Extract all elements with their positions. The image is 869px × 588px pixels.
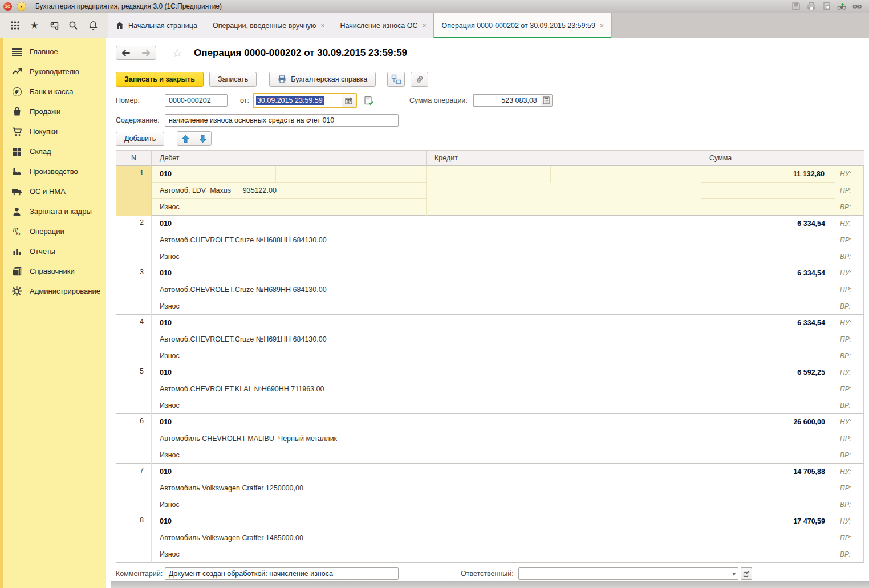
- sum-cell[interactable]: 6 334,54: [701, 315, 835, 364]
- sidebar-item-label: Продажи: [30, 107, 60, 116]
- table-row[interactable]: 5010Автомоб.CHEVROLET.KLAL №Н690НН 71196…: [116, 364, 864, 414]
- sidebar-item-руководителю[interactable]: Руководителю: [0, 62, 106, 82]
- tax-label: НУ:: [835, 364, 864, 381]
- notifications-icon[interactable]: [87, 20, 99, 31]
- table-row[interactable]: 1010Автомоб. LDV Maxus 935122.00Износ11 …: [116, 166, 864, 216]
- sidebar-item-банк-и-касса[interactable]: ₽Банк и касса: [0, 82, 106, 102]
- sum-cell[interactable]: 17 470,59: [701, 513, 835, 563]
- sum-cell[interactable]: 6 334,54: [701, 216, 835, 265]
- page-title: Операция 0000-000202 от 30.09.2015 23:59…: [194, 47, 407, 59]
- credit-cell[interactable]: [427, 166, 701, 216]
- sum-cell[interactable]: 6 592,25: [701, 364, 835, 414]
- tab-1[interactable]: Операции, введенные вручную×: [205, 13, 332, 38]
- app-window: 1С ▾ Бухгалтерия предприятия, редакция 3…: [0, 0, 869, 588]
- close-tab-icon[interactable]: ×: [600, 22, 604, 30]
- credit-cell[interactable]: [427, 513, 701, 563]
- accounting-reference-button[interactable]: Бухгалтерская справка: [269, 72, 376, 87]
- tab-home[interactable]: Начальная страница: [108, 13, 205, 38]
- apps-menu-icon[interactable]: [9, 20, 21, 31]
- row-sum: 6 334,54: [701, 315, 835, 331]
- number-input[interactable]: 0000-000202: [165, 94, 228, 107]
- tab-2[interactable]: Начисление износа ОС×: [332, 13, 434, 38]
- debit-cell[interactable]: 010Автомоб. LDV Maxus 935122.00Износ: [152, 166, 427, 216]
- forward-button[interactable]: [136, 46, 156, 59]
- sum-cell[interactable]: 26 600,00: [701, 414, 835, 464]
- sidebar-item-администрирование[interactable]: Администрирование: [0, 281, 106, 301]
- table-row[interactable]: 8010Автомобиль Volkswagen Craffer 148500…: [116, 513, 864, 563]
- save-icon[interactable]: [791, 2, 801, 11]
- related-documents-button[interactable]: [387, 72, 405, 87]
- debit-cell[interactable]: 010Автомобиль CHEVROLRT MALIBU Черный ме…: [152, 414, 427, 464]
- table-row[interactable]: 3010Автомоб.CHEVROLET.Cruze №Н689НН 6841…: [116, 265, 864, 315]
- row-number: 1: [116, 166, 152, 216]
- credit-cell[interactable]: [427, 364, 701, 414]
- sidebar-item-продажи[interactable]: Продажи: [0, 102, 106, 121]
- sidebar-item-операции[interactable]: ДтКтОперации: [0, 221, 106, 241]
- table-row[interactable]: 6010Автомобиль CHEVROLRT MALIBU Черный м…: [116, 414, 864, 464]
- credit-cell[interactable]: [427, 414, 701, 464]
- date-input[interactable]: 30.09.2015 23:59:59: [253, 93, 357, 108]
- sum-cell[interactable]: 14 705,88: [701, 464, 835, 513]
- credit-cell[interactable]: [427, 265, 701, 315]
- dropdown-caret-icon[interactable]: ▾: [733, 568, 736, 579]
- close-tab-icon[interactable]: ×: [422, 22, 426, 30]
- calculator-icon[interactable]: [541, 94, 553, 107]
- add-row-button[interactable]: Добавить: [116, 132, 164, 146]
- open-responsible-button[interactable]: [741, 567, 752, 580]
- table-row[interactable]: 7010Автомобиль Volkswagen Craffer 125000…: [116, 464, 864, 513]
- get-link-icon[interactable]: [837, 2, 847, 11]
- save-and-close-button[interactable]: Записать и закрыть: [116, 72, 204, 87]
- debit-subconto2: Износ: [152, 199, 426, 216]
- save-button[interactable]: Записать: [209, 72, 257, 87]
- debit-cell[interactable]: 010Автомобиль Volkswagen Craffer 1485000…: [152, 513, 427, 563]
- sidebar-item-ос-и-нма[interactable]: ОС и НМА: [0, 181, 106, 201]
- history-icon[interactable]: [48, 20, 60, 31]
- sidebar-item-главное[interactable]: Главное: [0, 42, 106, 62]
- horizontal-scrollbar[interactable]: [111, 581, 869, 588]
- responsible-input[interactable]: ▾: [518, 567, 738, 580]
- operation-sum-input[interactable]: 523 083,08: [473, 94, 541, 107]
- print-icon[interactable]: [806, 2, 816, 11]
- cart-icon: [11, 126, 22, 137]
- tax-label: ВР:: [835, 497, 864, 513]
- move-down-button[interactable]: [194, 132, 211, 145]
- back-button[interactable]: [116, 46, 136, 59]
- sidebar-item-справочники[interactable]: Справочники: [0, 261, 106, 281]
- main-menu-button[interactable]: ▾: [17, 2, 26, 11]
- sidebar-item-склад[interactable]: Склад: [0, 141, 106, 161]
- favorites-icon[interactable]: ★: [29, 20, 40, 31]
- operation-sum-label: Сумма операции:: [409, 96, 468, 104]
- credit-cell[interactable]: [427, 464, 701, 513]
- search-icon[interactable]: [68, 20, 79, 31]
- debit-subconto2: Износ: [152, 249, 427, 265]
- caret-down-icon: ▾: [20, 4, 22, 9]
- close-tab-icon[interactable]: ×: [320, 22, 324, 30]
- go-link-icon[interactable]: [852, 2, 862, 11]
- debit-cell[interactable]: 010Автомоб.CHEVROLET.KLAL №Н690НН 711963…: [152, 364, 427, 414]
- preview-icon[interactable]: [822, 2, 831, 11]
- tab-3[interactable]: Операция 0000-000202 от 30.09.2015 23:59…: [434, 13, 611, 38]
- credit-cell[interactable]: [427, 216, 701, 265]
- comment-input[interactable]: Документ создан обработкой: начисление и…: [165, 567, 399, 580]
- post-document-icon[interactable]: [364, 96, 374, 106]
- credit-cell[interactable]: [427, 315, 701, 364]
- sum-cell[interactable]: 11 132,80: [701, 166, 835, 216]
- debit-cell[interactable]: 010Автомобиль Volkswagen Craffer 1250000…: [152, 464, 427, 513]
- tax-label: ВР:: [835, 249, 864, 265]
- sidebar-item-производство[interactable]: Производство: [0, 161, 106, 181]
- sidebar-item-зарплата-и-кадры[interactable]: Зарплата и кадры: [0, 201, 106, 221]
- attachments-button[interactable]: [411, 72, 428, 87]
- debit-cell[interactable]: 010Автомоб.CHEVROLET.Cruze №Н688НН 68413…: [152, 216, 427, 265]
- sidebar-item-отчеты[interactable]: Отчеты: [0, 241, 106, 261]
- debit-cell[interactable]: 010Автомоб.CHEVROLET.Cruze №Н689НН 68413…: [152, 265, 427, 315]
- debit-cell[interactable]: 010Автомоб.CHEVROLET.Cruze №Н691НН 68413…: [152, 315, 427, 364]
- sum-cell[interactable]: 6 334,54: [701, 265, 835, 315]
- calendar-icon[interactable]: [342, 94, 356, 107]
- content-input[interactable]: начисление износа основных средств на сч…: [165, 114, 399, 127]
- tax-label: ВР:: [835, 199, 864, 216]
- table-row[interactable]: 4010Автомоб.CHEVROLET.Cruze №Н691НН 6841…: [116, 315, 864, 364]
- table-row[interactable]: 2010Автомоб.CHEVROLET.Cruze №Н688НН 6841…: [116, 216, 864, 265]
- move-up-button[interactable]: [177, 132, 194, 145]
- sidebar-item-покупки[interactable]: Покупки: [0, 121, 106, 141]
- favorite-star-icon[interactable]: ☆: [172, 46, 182, 60]
